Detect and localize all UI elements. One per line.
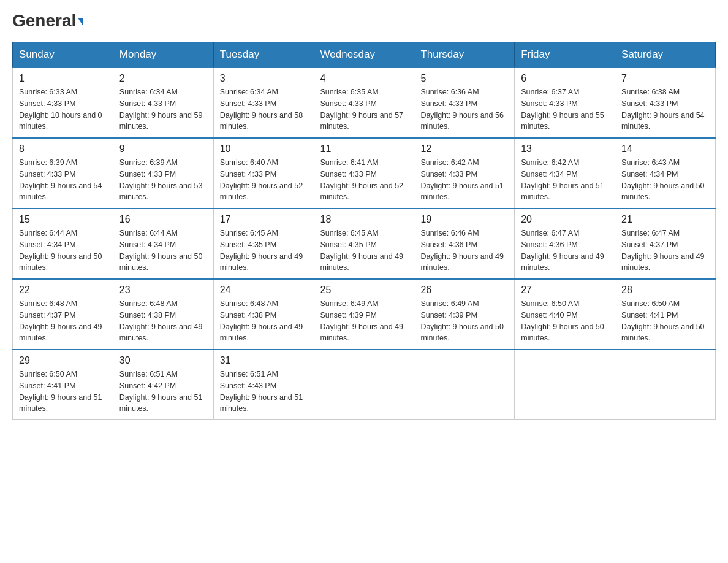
table-row: 30 Sunrise: 6:51 AM Sunset: 4:42 PM Dayl…	[113, 350, 213, 420]
header-saturday: Saturday	[615, 42, 716, 68]
table-row	[615, 350, 716, 420]
weekday-header-row: Sunday Monday Tuesday Wednesday Thursday…	[13, 42, 716, 68]
logo: General	[12, 12, 83, 29]
day-number: 23	[119, 285, 207, 296]
day-info: Sunrise: 6:36 AM Sunset: 4:33 PM Dayligh…	[420, 86, 508, 132]
day-number: 31	[220, 355, 308, 366]
day-info: Sunrise: 6:38 AM Sunset: 4:33 PM Dayligh…	[621, 86, 709, 132]
table-row: 24 Sunrise: 6:48 AM Sunset: 4:38 PM Dayl…	[213, 279, 314, 350]
table-row: 26 Sunrise: 6:49 AM Sunset: 4:39 PM Dayl…	[414, 279, 515, 350]
header-thursday: Thursday	[414, 42, 515, 68]
day-number: 16	[119, 214, 207, 225]
calendar-week-row: 22 Sunrise: 6:48 AM Sunset: 4:37 PM Dayl…	[13, 279, 716, 350]
table-row: 4 Sunrise: 6:35 AM Sunset: 4:33 PM Dayli…	[314, 67, 414, 138]
table-row: 18 Sunrise: 6:45 AM Sunset: 4:35 PM Dayl…	[314, 209, 414, 279]
table-row: 13 Sunrise: 6:42 AM Sunset: 4:34 PM Dayl…	[515, 138, 615, 209]
day-info: Sunrise: 6:46 AM Sunset: 4:36 PM Dayligh…	[420, 228, 508, 274]
calendar-table: Sunday Monday Tuesday Wednesday Thursday…	[12, 42, 716, 420]
day-number: 22	[19, 285, 107, 296]
day-info: Sunrise: 6:42 AM Sunset: 4:33 PM Dayligh…	[420, 157, 508, 203]
table-row: 20 Sunrise: 6:47 AM Sunset: 4:36 PM Dayl…	[515, 209, 615, 279]
table-row: 21 Sunrise: 6:47 AM Sunset: 4:37 PM Dayl…	[615, 209, 716, 279]
day-info: Sunrise: 6:41 AM Sunset: 4:33 PM Dayligh…	[320, 157, 408, 203]
day-info: Sunrise: 6:50 AM Sunset: 4:41 PM Dayligh…	[621, 298, 709, 344]
table-row	[515, 350, 615, 420]
table-row: 5 Sunrise: 6:36 AM Sunset: 4:33 PM Dayli…	[414, 67, 515, 138]
table-row: 16 Sunrise: 6:44 AM Sunset: 4:34 PM Dayl…	[113, 209, 213, 279]
day-number: 10	[220, 144, 308, 155]
day-number: 29	[19, 355, 107, 366]
day-number: 13	[521, 144, 609, 155]
day-number: 25	[320, 285, 408, 296]
day-number: 2	[119, 73, 207, 84]
table-row: 10 Sunrise: 6:40 AM Sunset: 4:33 PM Dayl…	[213, 138, 314, 209]
calendar-week-row: 29 Sunrise: 6:50 AM Sunset: 4:41 PM Dayl…	[13, 350, 716, 420]
header-wednesday: Wednesday	[314, 42, 414, 68]
table-row: 17 Sunrise: 6:45 AM Sunset: 4:35 PM Dayl…	[213, 209, 314, 279]
table-row: 6 Sunrise: 6:37 AM Sunset: 4:33 PM Dayli…	[515, 67, 615, 138]
day-info: Sunrise: 6:48 AM Sunset: 4:38 PM Dayligh…	[220, 298, 308, 344]
day-info: Sunrise: 6:39 AM Sunset: 4:33 PM Dayligh…	[119, 157, 207, 203]
table-row: 11 Sunrise: 6:41 AM Sunset: 4:33 PM Dayl…	[314, 138, 414, 209]
calendar-week-row: 15 Sunrise: 6:44 AM Sunset: 4:34 PM Dayl…	[13, 209, 716, 279]
header-monday: Monday	[113, 42, 213, 68]
table-row: 14 Sunrise: 6:43 AM Sunset: 4:34 PM Dayl…	[615, 138, 716, 209]
day-number: 15	[19, 214, 107, 225]
table-row: 27 Sunrise: 6:50 AM Sunset: 4:40 PM Dayl…	[515, 279, 615, 350]
table-row: 7 Sunrise: 6:38 AM Sunset: 4:33 PM Dayli…	[615, 67, 716, 138]
day-number: 17	[220, 214, 308, 225]
day-info: Sunrise: 6:49 AM Sunset: 4:39 PM Dayligh…	[320, 298, 408, 344]
table-row: 29 Sunrise: 6:50 AM Sunset: 4:41 PM Dayl…	[13, 350, 113, 420]
day-number: 24	[220, 285, 308, 296]
day-info: Sunrise: 6:48 AM Sunset: 4:38 PM Dayligh…	[119, 298, 207, 344]
day-info: Sunrise: 6:51 AM Sunset: 4:42 PM Dayligh…	[119, 369, 207, 415]
calendar-week-row: 1 Sunrise: 6:33 AM Sunset: 4:33 PM Dayli…	[13, 67, 716, 138]
day-info: Sunrise: 6:35 AM Sunset: 4:33 PM Dayligh…	[320, 86, 408, 132]
table-row: 3 Sunrise: 6:34 AM Sunset: 4:33 PM Dayli…	[213, 67, 314, 138]
page-header: General	[12, 12, 716, 29]
day-info: Sunrise: 6:34 AM Sunset: 4:33 PM Dayligh…	[220, 86, 308, 132]
day-number: 5	[420, 73, 508, 84]
day-info: Sunrise: 6:42 AM Sunset: 4:34 PM Dayligh…	[521, 157, 609, 203]
table-row: 9 Sunrise: 6:39 AM Sunset: 4:33 PM Dayli…	[113, 138, 213, 209]
day-number: 18	[320, 214, 408, 225]
day-number: 3	[220, 73, 308, 84]
day-number: 14	[621, 144, 709, 155]
day-number: 11	[320, 144, 408, 155]
table-row: 25 Sunrise: 6:49 AM Sunset: 4:39 PM Dayl…	[314, 279, 414, 350]
day-info: Sunrise: 6:33 AM Sunset: 4:33 PM Dayligh…	[19, 86, 107, 132]
day-number: 28	[621, 285, 709, 296]
day-info: Sunrise: 6:48 AM Sunset: 4:37 PM Dayligh…	[19, 298, 107, 344]
day-number: 6	[521, 73, 609, 84]
day-number: 12	[420, 144, 508, 155]
table-row: 22 Sunrise: 6:48 AM Sunset: 4:37 PM Dayl…	[13, 279, 113, 350]
day-info: Sunrise: 6:37 AM Sunset: 4:33 PM Dayligh…	[521, 86, 609, 132]
day-info: Sunrise: 6:49 AM Sunset: 4:39 PM Dayligh…	[420, 298, 508, 344]
day-info: Sunrise: 6:50 AM Sunset: 4:41 PM Dayligh…	[19, 369, 107, 415]
day-info: Sunrise: 6:43 AM Sunset: 4:34 PM Dayligh…	[621, 157, 709, 203]
logo-line1: General	[12, 12, 83, 29]
day-info: Sunrise: 6:44 AM Sunset: 4:34 PM Dayligh…	[119, 228, 207, 274]
table-row	[314, 350, 414, 420]
table-row: 1 Sunrise: 6:33 AM Sunset: 4:33 PM Dayli…	[13, 67, 113, 138]
header-sunday: Sunday	[13, 42, 113, 68]
day-number: 7	[621, 73, 709, 84]
day-info: Sunrise: 6:44 AM Sunset: 4:34 PM Dayligh…	[19, 228, 107, 274]
day-number: 30	[119, 355, 207, 366]
table-row: 2 Sunrise: 6:34 AM Sunset: 4:33 PM Dayli…	[113, 67, 213, 138]
table-row: 23 Sunrise: 6:48 AM Sunset: 4:38 PM Dayl…	[113, 279, 213, 350]
day-info: Sunrise: 6:45 AM Sunset: 4:35 PM Dayligh…	[320, 228, 408, 274]
table-row: 12 Sunrise: 6:42 AM Sunset: 4:33 PM Dayl…	[414, 138, 515, 209]
day-number: 21	[621, 214, 709, 225]
day-info: Sunrise: 6:50 AM Sunset: 4:40 PM Dayligh…	[521, 298, 609, 344]
day-info: Sunrise: 6:45 AM Sunset: 4:35 PM Dayligh…	[220, 228, 308, 274]
day-number: 19	[420, 214, 508, 225]
calendar-week-row: 8 Sunrise: 6:39 AM Sunset: 4:33 PM Dayli…	[13, 138, 716, 209]
day-info: Sunrise: 6:47 AM Sunset: 4:37 PM Dayligh…	[621, 228, 709, 274]
header-tuesday: Tuesday	[213, 42, 314, 68]
day-number: 9	[119, 144, 207, 155]
table-row: 28 Sunrise: 6:50 AM Sunset: 4:41 PM Dayl…	[615, 279, 716, 350]
day-info: Sunrise: 6:47 AM Sunset: 4:36 PM Dayligh…	[521, 228, 609, 274]
table-row: 19 Sunrise: 6:46 AM Sunset: 4:36 PM Dayl…	[414, 209, 515, 279]
day-number: 1	[19, 73, 107, 84]
